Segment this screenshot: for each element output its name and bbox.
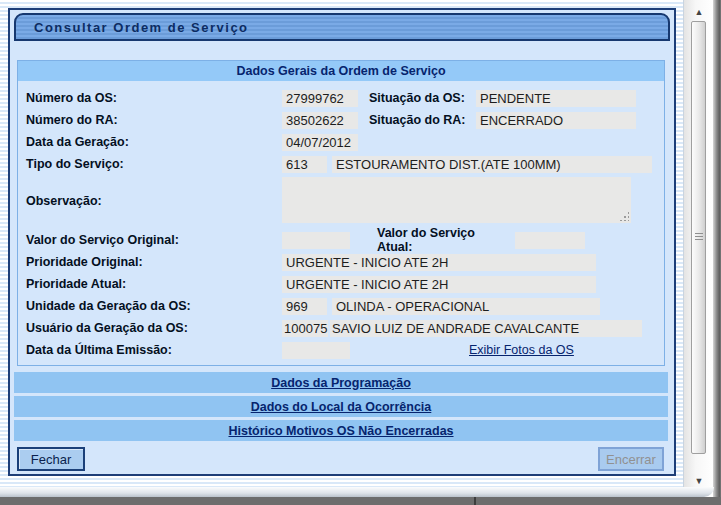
numero-os-field[interactable]: 27999762: [282, 90, 358, 107]
data-geracao-label: Data da Geração:: [26, 135, 282, 149]
scrollbar-strip: ▲ ▼: [683, 0, 713, 497]
general-data-panel: Dados Gerais da Ordem de Serviço Número …: [17, 60, 665, 366]
section-dados-local-ocorrencia-label: Dados do Local da Ocorrência: [251, 400, 432, 414]
encerrar-button[interactable]: Encerrar: [598, 447, 664, 471]
general-data-header: Dados Gerais da Ordem de Serviço: [18, 61, 664, 81]
valor-atual-field[interactable]: [515, 232, 585, 249]
tipo-servico-code-field[interactable]: 613: [282, 156, 327, 173]
resize-grip-icon[interactable]: [619, 211, 629, 221]
situacao-os-field[interactable]: PENDENTE: [476, 90, 636, 107]
bottom-divider-line: [474, 497, 476, 505]
row-data-ultima-emissao: Data da Última Emissão: Exibir Fotos da …: [26, 341, 574, 359]
prioridade-original-field[interactable]: URGENTE - INICIO ATE 2H: [282, 254, 596, 271]
scrollbar-thumb[interactable]: [691, 21, 706, 454]
general-data-header-label: Dados Gerais da Ordem de Serviço: [236, 64, 445, 78]
unidade-geracao-code-field[interactable]: 969: [282, 298, 327, 315]
window-bottom-shadow: [0, 497, 721, 505]
scroll-up-icon[interactable]: ▲: [690, 5, 708, 19]
usuario-geracao-name-field[interactable]: SAVIO LUIZ DE ANDRADE CAVALCANTE: [330, 320, 642, 337]
tipo-servico-label: Tipo do Serviço:: [26, 157, 282, 171]
window-right-edge: [713, 0, 721, 505]
data-ultima-emissao-field[interactable]: [282, 342, 350, 359]
row-unidade-geracao: Unidade da Geração da OS: 969 OLINDA - O…: [26, 297, 600, 315]
numero-os-label: Número da OS:: [26, 91, 282, 105]
row-valores: Valor do Serviço Original: Valor do Serv…: [26, 231, 585, 249]
situacao-ra-field[interactable]: ENCERRADO: [476, 112, 636, 129]
row-data-geracao: Data da Geração: 04/07/2012: [26, 133, 358, 151]
prioridade-atual-field[interactable]: URGENTE - INICIO ATE 2H: [282, 276, 596, 293]
section-dados-local-ocorrencia[interactable]: Dados do Local da Ocorrência: [14, 396, 668, 417]
row-numero-os: Número da OS: 27999762 Situação da OS: P…: [26, 89, 636, 107]
numero-ra-field[interactable]: 38502622: [282, 112, 358, 129]
section-dados-programacao[interactable]: Dados da Programação: [14, 372, 668, 393]
observacao-textarea[interactable]: [282, 177, 631, 223]
data-geracao-field[interactable]: 04/07/2012: [282, 134, 358, 151]
fechar-button[interactable]: Fechar: [17, 447, 85, 471]
section-dados-programacao-label: Dados da Programação: [271, 376, 411, 390]
unidade-geracao-name-field[interactable]: OLINDA - OPERACIONAL: [332, 298, 600, 315]
section-historico-motivos[interactable]: Histórico Motivos OS Não Encerradas: [14, 420, 668, 441]
scroll-down-icon[interactable]: ▼: [690, 474, 708, 488]
valor-original-field[interactable]: [282, 232, 350, 249]
valor-atual-label: Valor do Serviço Atual:: [377, 226, 507, 254]
usuario-geracao-label: Usuário da Geração da OS:: [26, 321, 282, 335]
section-historico-motivos-label: Histórico Motivos OS Não Encerradas: [228, 424, 453, 438]
observacao-label: Observação:: [26, 194, 282, 208]
prioridade-atual-label: Prioridade Atual:: [26, 277, 282, 291]
row-usuario-geracao: Usuário da Geração da OS: 100075 SAVIO L…: [26, 319, 642, 337]
scrollbar-grip-icon: [695, 233, 703, 242]
row-tipo-servico: Tipo do Serviço: 613 ESTOURAMENTO DIST.(…: [26, 155, 652, 173]
window-bottom-frame: [0, 487, 714, 497]
vertical-scrollbar[interactable]: ▲ ▼: [690, 0, 708, 497]
dialog-titlebar: Consultar Ordem de Serviço: [14, 13, 670, 41]
row-prioridade-original: Prioridade Original: URGENTE - INICIO AT…: [26, 253, 596, 271]
valor-original-label: Valor do Serviço Original:: [26, 233, 282, 247]
row-observacao: Observação:: [26, 177, 631, 224]
data-ultima-emissao-label: Data da Última Emissão:: [26, 343, 282, 357]
unidade-geracao-label: Unidade da Geração da OS:: [26, 299, 282, 313]
exibir-fotos-link[interactable]: Exibir Fotos da OS: [469, 343, 574, 357]
situacao-ra-label: Situação do RA:: [369, 113, 473, 127]
row-numero-ra: Número do RA: 38502622 Situação do RA: E…: [26, 111, 636, 129]
consult-service-order-dialog: Consultar Ordem de Serviço Dados Gerais …: [8, 8, 676, 476]
dialog-title: Consultar Ordem de Serviço: [34, 20, 249, 35]
prioridade-original-label: Prioridade Original:: [26, 255, 282, 269]
situacao-os-label: Situação da OS:: [369, 91, 473, 105]
numero-ra-label: Número do RA:: [26, 113, 282, 127]
row-prioridade-atual: Prioridade Atual: URGENTE - INICIO ATE 2…: [26, 275, 596, 293]
tipo-servico-desc-field[interactable]: ESTOURAMENTO DIST.(ATE 100MM): [332, 156, 652, 173]
usuario-geracao-code-field[interactable]: 100075: [282, 320, 328, 337]
